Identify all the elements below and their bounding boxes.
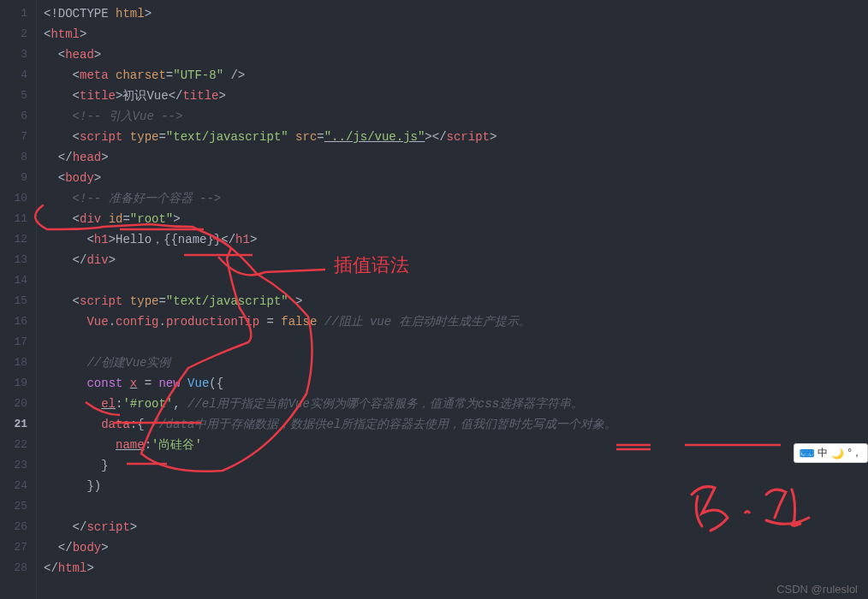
line-number[interactable]: 14 — [0, 270, 27, 291]
code-line[interactable]: data:{ //data中用于存储数据，数据供el所指定的容器去使用，值我们暂… — [44, 414, 868, 435]
line-number[interactable]: 11 — [0, 209, 27, 229]
line-number[interactable]: 24 — [0, 476, 27, 496]
code-line[interactable]: <title>初识Vue</title> — [44, 86, 868, 106]
code-line[interactable]: </head> — [44, 147, 868, 168]
line-number[interactable]: 20 — [0, 394, 27, 414]
code-line[interactable]: <meta charset="UTF-8" /> — [44, 65, 868, 86]
line-number[interactable]: 3 — [0, 44, 27, 65]
code-line[interactable] — [44, 270, 868, 291]
moon-icon: 🌙 — [831, 448, 844, 460]
line-number[interactable]: 17 — [0, 332, 27, 353]
line-number[interactable]: 6 — [0, 106, 27, 127]
line-number[interactable]: 16 — [0, 311, 27, 332]
code-line[interactable]: <h1>Hello，{{name}}</h1> — [44, 229, 868, 250]
watermark-text: CSDN @ruleslol — [776, 583, 858, 596]
ime-indicator[interactable]: ⌨ 中 🌙 °， — [794, 443, 868, 463]
code-line[interactable]: }) — [44, 476, 868, 496]
code-line[interactable]: <!-- 引入Vue --> — [44, 106, 868, 127]
code-line[interactable]: </body> — [44, 537, 868, 558]
code-line[interactable]: } — [44, 455, 868, 476]
code-line[interactable]: <html> — [44, 24, 868, 44]
code-line[interactable]: <script type="text/javascript" src="../j… — [44, 127, 868, 147]
line-number[interactable]: 27 — [0, 537, 27, 558]
line-number[interactable]: 26 — [0, 517, 27, 537]
line-number[interactable]: 1 — [0, 3, 27, 24]
line-number[interactable]: 25 — [0, 496, 27, 517]
line-number[interactable]: 28 — [0, 558, 27, 578]
line-number[interactable]: 8 — [0, 147, 27, 168]
code-line[interactable] — [44, 332, 868, 353]
code-line[interactable]: //创建Vue实例 — [44, 353, 868, 373]
code-line[interactable]: <body> — [44, 168, 868, 188]
annotation-label: 插值语法 — [334, 252, 409, 278]
line-number[interactable]: 2 — [0, 24, 27, 44]
line-number[interactable]: 22 — [0, 435, 27, 455]
line-number[interactable]: 19 — [0, 373, 27, 394]
ime-icon: ⌨ — [800, 448, 814, 460]
code-line[interactable]: const x = new Vue({ — [44, 373, 868, 394]
line-number[interactable]: 10 — [0, 188, 27, 209]
code-editor: 1 2 3 4 5 6 7 8 9 10 11 12 13 14 15 16 1… — [0, 0, 868, 599]
line-number[interactable]: 23 — [0, 455, 27, 476]
line-number[interactable]: 15 — [0, 291, 27, 311]
line-number[interactable]: 18 — [0, 353, 27, 373]
code-line[interactable]: el:'#root', //el用于指定当前Vue实例为哪个容器服务，值通常为c… — [44, 394, 868, 414]
ime-mode: 中 — [817, 446, 828, 460]
code-content[interactable]: <!DOCTYPE html> <html> <head> <meta char… — [36, 0, 868, 599]
ime-extra: °， — [847, 446, 862, 460]
code-line[interactable]: <!-- 准备好一个容器 --> — [44, 188, 868, 209]
code-line[interactable]: name:'尚硅谷' — [44, 435, 868, 455]
line-number[interactable]: 13 — [0, 250, 27, 270]
code-line[interactable]: </div> — [44, 250, 868, 270]
code-line[interactable]: <!DOCTYPE html> — [44, 3, 868, 24]
code-line[interactable] — [44, 496, 868, 517]
line-number[interactable]: 4 — [0, 65, 27, 86]
code-line[interactable]: Vue.config.productionTip = false //阻止 vu… — [44, 311, 868, 332]
line-number[interactable]: 7 — [0, 127, 27, 147]
code-line[interactable]: <script type="text/javascript" > — [44, 291, 868, 311]
line-number[interactable]: 5 — [0, 86, 27, 106]
code-line[interactable]: <div id="root"> — [44, 209, 868, 229]
line-number-active[interactable]: 21 — [0, 414, 27, 435]
line-number-gutter: 1 2 3 4 5 6 7 8 9 10 11 12 13 14 15 16 1… — [0, 0, 36, 599]
code-line[interactable]: <head> — [44, 44, 868, 65]
line-number[interactable]: 9 — [0, 168, 27, 188]
line-number[interactable]: 12 — [0, 229, 27, 250]
code-line[interactable]: </script> — [44, 517, 868, 537]
code-line[interactable]: </html> — [44, 558, 868, 578]
